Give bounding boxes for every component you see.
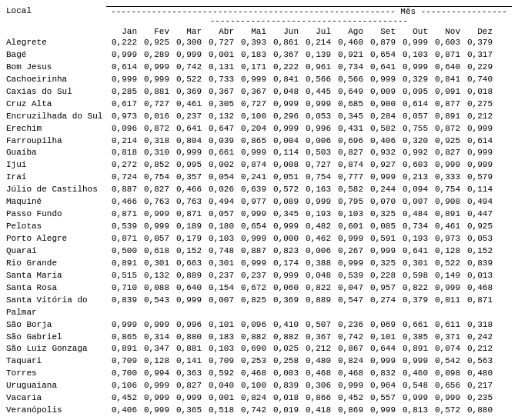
city-name: Bom Jesus: [6, 62, 106, 74]
cell-value: 0,611: [429, 319, 462, 332]
cell-value: 0,871: [171, 208, 203, 221]
cell-value: 0,754: [429, 184, 462, 196]
cell-value: 0,957: [365, 282, 397, 295]
cell-value: 0,999: [397, 392, 429, 405]
cell-value: 0,999: [139, 392, 171, 405]
cell-value: 0,822: [397, 282, 429, 295]
cell-value: 0,171: [236, 62, 268, 74]
city-name: Santa Vitória do Palmar: [6, 295, 106, 319]
cell-value: 0,839: [106, 295, 139, 319]
cell-value: 0,852: [139, 159, 171, 172]
cell-value: 0,357: [171, 172, 203, 184]
cell-value: 0,777: [333, 172, 365, 184]
cell-value: 0,661: [397, 319, 429, 332]
cell-value: 0,999: [333, 233, 365, 245]
month-header-jul: Jul: [300, 27, 333, 36]
cell-value: 0,992: [397, 147, 429, 159]
table-row: Pelotas0,5390,9990,1890,1800,6540,9990,4…: [6, 221, 512, 233]
cell-value: 0,088: [139, 282, 171, 295]
cell-value: 0,999: [139, 74, 171, 86]
cell-value: 0,163: [300, 184, 333, 196]
row-values: 0,8710,9990,8710,0570,9990,3450,1930,103…: [106, 208, 512, 221]
cell-value: 0,152: [171, 245, 203, 258]
cell-value: 0,598: [397, 270, 429, 282]
city-name: Santa Maria: [6, 270, 106, 282]
cell-value: 0,466: [171, 184, 203, 196]
cell-value: 0,748: [203, 245, 236, 258]
row-values: 0,8870,8270,4660,0260,6390,5720,1630,582…: [106, 184, 512, 196]
cell-value: 0,647: [203, 123, 236, 135]
cell-value: 0,212: [462, 111, 494, 123]
cell-value: 0,026: [203, 184, 236, 196]
cell-value: 0,999: [462, 123, 494, 135]
city-name: Bagé: [6, 49, 106, 62]
cell-value: 0,566: [333, 74, 365, 86]
cell-value: 0,696: [333, 135, 365, 148]
cell-value: 0,317: [462, 49, 494, 62]
cell-value: 0,877: [429, 98, 462, 111]
cell-value: 0,656: [429, 380, 462, 392]
cell-value: 0,244: [365, 184, 397, 196]
cell-value: 0,740: [462, 74, 494, 86]
cell-value: 0,284: [365, 111, 397, 123]
cell-value: 0,132: [139, 270, 171, 282]
cell-value: 0,921: [333, 49, 365, 62]
cell-value: 0,114: [268, 147, 300, 159]
cell-value: 0,274: [365, 295, 397, 319]
city-name: Maquiné: [6, 196, 106, 208]
cell-value: 0,103: [333, 208, 365, 221]
cell-value: 0,103: [203, 343, 236, 355]
cell-value: 0,727: [203, 37, 236, 49]
cell-value: 0,841: [429, 74, 462, 86]
cell-value: 0,320: [397, 135, 429, 148]
cell-value: 0,018: [268, 392, 300, 405]
city-name: Porto Alegre: [6, 233, 106, 245]
month-header-mar: Mar: [171, 27, 203, 36]
cell-value: 0,618: [139, 245, 171, 258]
cell-value: 0,096: [106, 123, 139, 135]
cell-value: 0,754: [300, 172, 333, 184]
cell-value: 0,179: [171, 233, 203, 245]
cell-value: 0,871: [462, 295, 494, 319]
cell-value: 0,329: [397, 74, 429, 86]
cell-value: 0,306: [300, 380, 333, 392]
cell-value: 0,822: [300, 282, 333, 295]
cell-value: 0,871: [106, 233, 139, 245]
cell-value: 0,999: [139, 208, 171, 221]
cell-value: 0,865: [106, 332, 139, 344]
table-row: Rio Grande0,8910,3010,6630,3010,9990,174…: [6, 258, 512, 270]
cell-value: 0,272: [106, 159, 139, 172]
cell-value: 0,582: [333, 184, 365, 196]
cell-value: 0,672: [236, 282, 268, 295]
cell-value: 0,591: [365, 233, 397, 245]
cell-value: 0,365: [171, 405, 203, 417]
cell-value: 0,999: [139, 319, 171, 332]
cell-value: 0,460: [333, 37, 365, 49]
cell-value: 0,213: [397, 172, 429, 184]
month-header-dez: Dez: [462, 27, 494, 36]
table-row: Maquiné0,4660,7630,7630,4940,9770,0890,9…: [6, 196, 512, 208]
cell-value: 0,644: [365, 343, 397, 355]
cell-value: 0,367: [300, 332, 333, 344]
table-row: Santa Maria0,5150,1320,8890,2370,2370,99…: [6, 270, 512, 282]
cell-value: 0,149: [429, 270, 462, 282]
cell-value: 0,727: [300, 159, 333, 172]
cell-value: 0,827: [139, 184, 171, 196]
cell-value: 0,999: [268, 98, 300, 111]
table-row: São Luiz Gonzaga0,8910,3470,8810,1030,69…: [6, 343, 512, 355]
cell-value: 0,999: [365, 74, 397, 86]
cell-value: 0,214: [300, 37, 333, 49]
cell-value: 0,661: [203, 147, 236, 159]
cell-value: 0,507: [300, 319, 333, 332]
cell-value: 0,961: [300, 62, 333, 74]
cell-value: 0,592: [203, 368, 236, 380]
cell-value: 0,861: [268, 37, 300, 49]
cell-value: 0,727: [236, 98, 268, 111]
cell-value: 0,813: [397, 405, 429, 417]
cell-value: 0,804: [171, 135, 203, 148]
cell-value: 0,865: [236, 135, 268, 148]
cell-value: 0,217: [462, 380, 494, 392]
cell-value: 0,925: [139, 37, 171, 49]
cell-value: 0,881: [139, 86, 171, 98]
row-values: 0,0960,8720,6410,6470,2040,9990,9960,431…: [106, 123, 512, 135]
